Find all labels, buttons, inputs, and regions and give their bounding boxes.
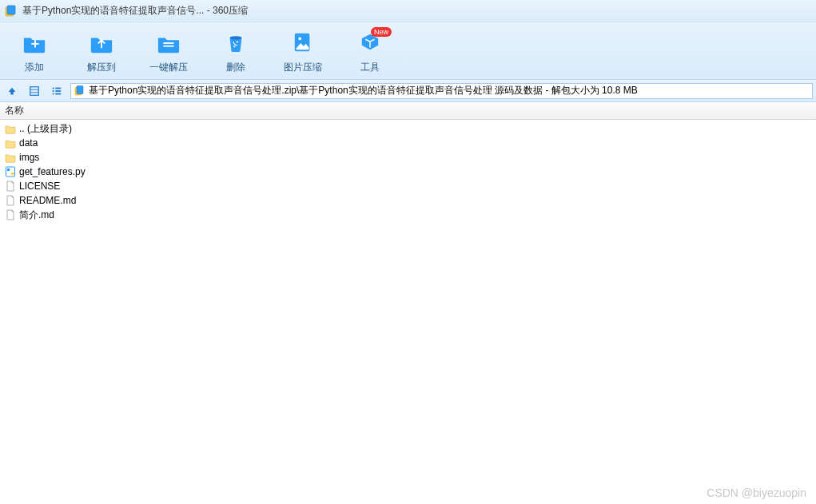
- up-arrow-icon[interactable]: [3, 82, 21, 100]
- file-name: LICENSE: [19, 181, 60, 192]
- image-icon: [291, 30, 315, 54]
- file-name: data: [19, 137, 38, 149]
- folder-up-icon: [5, 123, 16, 134]
- view-details-icon[interactable]: [26, 82, 43, 100]
- image-compress-button[interactable]: 图片压缩: [283, 30, 323, 74]
- zip-file-icon: [74, 85, 86, 97]
- oneclick-folder-icon: [157, 30, 181, 54]
- svg-rect-13: [55, 87, 61, 89]
- trash-icon: [224, 30, 248, 54]
- svg-rect-17: [55, 93, 61, 94]
- svg-rect-9: [30, 86, 39, 95]
- oneclick-label: 一键解压: [149, 61, 188, 74]
- watermark: CSDN @biyezuopin: [707, 486, 806, 499]
- svg-rect-19: [77, 85, 83, 93]
- folder-icon: [5, 137, 16, 149]
- file-icon: [5, 181, 16, 192]
- add-button[interactable]: 添加: [14, 30, 54, 74]
- svg-rect-22: [11, 173, 14, 175]
- svg-rect-5: [163, 46, 173, 47]
- new-badge: New: [371, 27, 392, 37]
- imgzip-label: 图片压缩: [284, 61, 322, 74]
- folder-icon: [5, 152, 16, 163]
- file-row[interactable]: 简介.md: [0, 208, 816, 222]
- path-input[interactable]: 基于Python实现的语音特征提取声音信号处理.zip\基于Python实现的语…: [70, 83, 813, 99]
- file-icon: [5, 209, 16, 220]
- app-icon: [5, 5, 18, 18]
- svg-point-16: [53, 93, 54, 94]
- py-icon: [5, 166, 16, 177]
- file-name: .. (上级目录): [19, 122, 72, 136]
- path-text: 基于Python实现的语音特征提取声音信号处理.zip\基于Python实现的语…: [89, 84, 638, 97]
- window-title: 基于Python实现的语音特征提取声音信号... - 360压缩: [22, 4, 248, 18]
- svg-rect-1: [7, 6, 15, 14]
- file-name: get_features.py: [19, 166, 86, 177]
- pathbar: 基于Python实现的语音特征提取声音信号处理.zip\基于Python实现的语…: [0, 80, 816, 102]
- svg-point-14: [53, 89, 54, 91]
- svg-rect-15: [55, 90, 61, 92]
- svg-rect-4: [163, 42, 173, 44]
- toolbar: 添加 解压到 一键解压 删除: [0, 22, 816, 80]
- svg-rect-20: [6, 167, 15, 177]
- add-folder-icon: [22, 30, 46, 54]
- file-icon: [5, 195, 16, 206]
- tools-label: 工具: [360, 61, 380, 74]
- file-row[interactable]: data: [0, 136, 816, 150]
- svg-point-8: [298, 38, 301, 41]
- file-name: README.md: [19, 195, 76, 206]
- column-header[interactable]: 名称: [0, 102, 816, 120]
- add-label: 添加: [25, 61, 44, 74]
- file-row[interactable]: .. (上级目录): [0, 121, 816, 136]
- extract-folder-icon: [90, 30, 113, 54]
- svg-point-6: [230, 36, 242, 39]
- file-row[interactable]: LICENSE: [0, 179, 816, 193]
- column-name: 名称: [5, 104, 24, 117]
- file-list: .. (上级目录)dataimgsget_features.pyLICENSER…: [0, 120, 816, 224]
- delete-label: 删除: [226, 61, 245, 74]
- file-row[interactable]: get_features.py: [0, 165, 816, 179]
- oneclick-extract-button[interactable]: 一键解压: [149, 30, 189, 74]
- file-row[interactable]: imgs: [0, 150, 816, 165]
- extract-label: 解压到: [87, 61, 116, 74]
- view-list-icon[interactable]: [48, 82, 66, 100]
- file-row[interactable]: README.md: [0, 193, 816, 208]
- file-name: imgs: [19, 152, 39, 163]
- file-name: 简介.md: [19, 208, 54, 222]
- svg-rect-21: [7, 169, 10, 171]
- titlebar: 基于Python实现的语音特征提取声音信号... - 360压缩: [0, 0, 816, 22]
- svg-rect-3: [34, 40, 36, 47]
- tools-button[interactable]: New 工具: [350, 30, 390, 74]
- svg-point-12: [53, 87, 54, 89]
- delete-button[interactable]: 删除: [216, 30, 256, 74]
- extract-button[interactable]: 解压到: [82, 30, 121, 74]
